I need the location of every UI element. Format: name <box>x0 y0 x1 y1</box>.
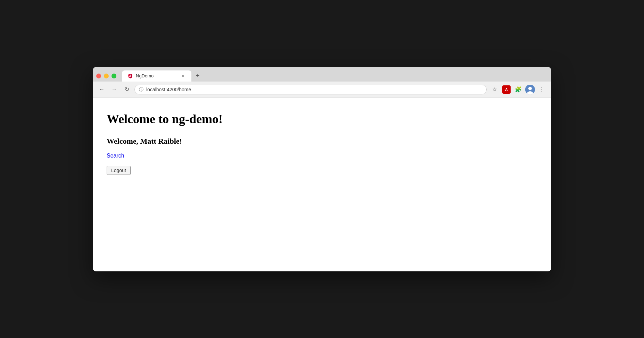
browser-window: NgDemo × + ← → ↻ ⓘ ☆ A 🧩 <box>93 67 551 271</box>
svg-point-3 <box>528 87 532 90</box>
nav-actions: ☆ A 🧩 ⋮ <box>489 84 547 95</box>
close-button[interactable] <box>96 74 101 78</box>
logout-button[interactable]: Logout <box>107 166 131 175</box>
minimize-button[interactable] <box>104 74 109 78</box>
extension-red-icon: A <box>502 85 511 94</box>
page-content: Welcome to ng-demo! Welcome, Matt Raible… <box>93 98 551 271</box>
search-link[interactable]: Search <box>107 153 537 159</box>
tab-title: NgDemo <box>136 73 177 78</box>
nav-bar: ← → ↻ ⓘ ☆ A 🧩 <box>93 82 551 98</box>
extension-red-button[interactable]: A <box>501 84 512 95</box>
svg-marker-1 <box>130 74 132 78</box>
bookmark-button[interactable]: ☆ <box>489 84 500 95</box>
browser-tab[interactable]: NgDemo × <box>122 70 191 82</box>
angular-favicon <box>127 73 133 79</box>
title-bar: NgDemo × + <box>93 67 551 82</box>
puzzle-icon: 🧩 <box>515 86 522 93</box>
reload-button[interactable]: ↻ <box>122 85 132 94</box>
avatar-icon <box>525 85 535 94</box>
forward-button[interactable]: → <box>109 85 119 94</box>
profile-button[interactable] <box>525 84 535 95</box>
more-button[interactable]: ⋮ <box>537 84 547 95</box>
bookmark-icon: ☆ <box>492 86 497 93</box>
info-icon: ⓘ <box>139 86 143 93</box>
main-title: Welcome to ng-demo! <box>107 112 537 126</box>
address-bar[interactable]: ⓘ <box>134 85 487 94</box>
tab-bar: NgDemo × + <box>93 67 551 82</box>
extensions-button[interactable]: 🧩 <box>513 84 523 95</box>
new-tab-button[interactable]: + <box>193 71 203 81</box>
welcome-message: Welcome, Matt Raible! <box>107 137 537 146</box>
maximize-button[interactable] <box>112 74 116 78</box>
address-input[interactable] <box>146 87 482 92</box>
window-controls <box>96 74 116 78</box>
back-button[interactable]: ← <box>97 85 107 94</box>
tab-close-button[interactable]: × <box>180 73 186 79</box>
